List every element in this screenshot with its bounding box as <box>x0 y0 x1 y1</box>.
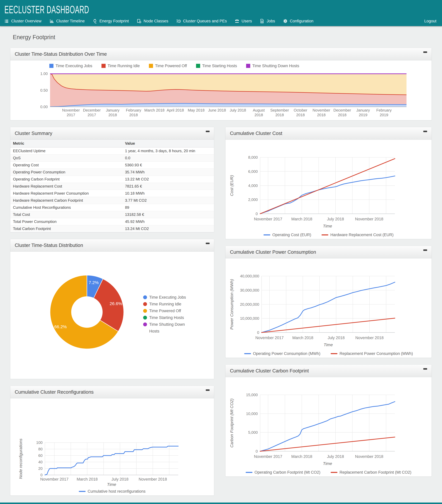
svg-text:2018: 2018 <box>296 113 305 117</box>
value-cell: 45.92 MWh <box>122 218 214 225</box>
legend-item: Replacement Carbon Footprint (Mt CO2) <box>331 470 411 475</box>
app-header: EECLUSTER DASHBOARD Cluster OverviewClus… <box>0 0 442 26</box>
svg-text:2,000: 2,000 <box>248 198 258 202</box>
svg-text:November 2017: November 2017 <box>255 336 284 340</box>
legend-item: Time Shutting Down Hosts <box>246 64 299 68</box>
chart-legend: Operating Carbon Footprint (Mt CO2)Repla… <box>226 468 432 476</box>
svg-text:40,000,000: 40,000,000 <box>240 274 259 278</box>
app-brand: EECLUSTER DASHBOARD <box>4 3 276 16</box>
value-cell: 13.22 Mt CO2 <box>122 176 214 183</box>
chart-legend: Operating Cost (EUR)Hardware Replacement… <box>226 231 432 239</box>
metric-cell: Cumulative Host Reconfigurations <box>10 204 122 211</box>
svg-text:5,000: 5,000 <box>248 430 258 435</box>
nav-item-label: Jobs <box>266 19 275 23</box>
legend-label: Time Starting Hosts <box>202 64 237 68</box>
svg-text:20,000,000: 20,000,000 <box>240 302 259 306</box>
svg-text:10,000,000: 10,000,000 <box>240 316 259 321</box>
collapse-button[interactable] <box>206 131 210 132</box>
legend-item: Time Executing Jobs <box>49 64 92 68</box>
svg-text:November: November <box>313 108 330 112</box>
gear-icon <box>283 18 288 24</box>
collapse-button[interactable] <box>206 389 210 391</box>
nav-item-cluster-timeline[interactable]: Cluster Timeline <box>49 18 85 24</box>
panel-header: Cluster Time-Status Distribution <box>10 239 214 252</box>
svg-text:0: 0 <box>256 449 258 453</box>
collapse-button[interactable] <box>423 131 427 132</box>
chart-legend: Operating Power Consumption (MWh)Replace… <box>226 350 432 358</box>
nav-item-energy-footprint[interactable]: Energy Footprint <box>92 18 129 24</box>
table-row: Operating Cost5360.93 € <box>10 162 214 169</box>
svg-text:July 2018: July 2018 <box>328 336 345 340</box>
svg-text:Time Starting Hosts: Time Starting Hosts <box>149 315 184 320</box>
svg-text:Time Executing Jobs: Time Executing Jobs <box>149 295 186 300</box>
svg-text:November 2017: November 2017 <box>254 217 282 221</box>
svg-text:July 2018: July 2018 <box>111 477 129 482</box>
svg-text:Cost (EUR): Cost (EUR) <box>230 175 234 196</box>
table-row: Total Carbon Footprint13.24 Mt CO2 <box>10 225 214 232</box>
legend-swatch <box>102 64 106 68</box>
nav-item-configuration[interactable]: Configuration <box>283 18 314 24</box>
cost-chart: 02,0004,0006,0008,000November 2017March … <box>226 140 432 231</box>
collapse-button[interactable] <box>423 250 427 251</box>
svg-text:October: October <box>294 108 307 112</box>
table-row: QoS0.0 <box>10 155 214 162</box>
nav-item-users[interactable]: Users <box>234 18 252 24</box>
svg-text:Power Consumption (MWh): Power Consumption (MWh) <box>230 279 234 330</box>
svg-text:July 2018: July 2018 <box>327 217 344 221</box>
column-header-value: Value <box>122 140 214 147</box>
svg-text:7.2%: 7.2% <box>89 280 99 285</box>
panel-header: Cumulative Cluster Power Consumption <box>226 246 432 258</box>
panel-title: Cumulative Cluster Reconfigurations <box>15 389 94 395</box>
carbon-chart: 05,00010,00015,000November 2017March 201… <box>226 377 432 468</box>
svg-text:2018: 2018 <box>254 113 263 117</box>
legend-item: Replacement Power Consumption (MWh) <box>331 351 413 356</box>
svg-text:November 2018: November 2018 <box>355 217 383 221</box>
svg-text:Carbon Footprint (Mt CO2): Carbon Footprint (Mt CO2) <box>230 398 234 448</box>
nav-item-label: Cluster Queues and PEs <box>183 19 227 23</box>
legend-swatch <box>196 64 200 68</box>
value-cell: 13.24 Mt CO2 <box>122 225 214 232</box>
panel-header: Cumulative Cluster Carbon Footprint <box>226 365 432 377</box>
nav-item-label: Energy Footprint <box>99 19 129 23</box>
svg-text:4,000: 4,000 <box>248 183 258 188</box>
nav-item-label: Cluster Timeline <box>56 19 85 23</box>
svg-text:Time Powered Off: Time Powered Off <box>149 309 181 313</box>
legend-label: Operating Power Consumption (MWh) <box>253 351 320 356</box>
nav-item-node-classes[interactable]: Node Classes <box>137 18 168 24</box>
svg-text:0.50: 0.50 <box>40 88 48 92</box>
svg-text:December: December <box>83 108 101 112</box>
svg-text:April 2018: April 2018 <box>167 108 184 112</box>
metric-cell: Operating Cost <box>10 162 122 169</box>
panel-header: Cluster Summary <box>10 127 214 140</box>
panel-title: Cumulative Cluster Carbon Footprint <box>230 368 309 374</box>
svg-text:November 2017: November 2017 <box>254 454 282 459</box>
nav-item-jobs[interactable]: Jobs <box>260 18 275 24</box>
table-row: EEClusterd Uptime1 year, 4 months, 3 day… <box>10 147 214 155</box>
nav-item-cluster-queues-and-pes[interactable]: Cluster Queues and PEs <box>176 18 227 24</box>
time-status-donut-chart: 7.2%26.6%66.2%Time Executing JobsTime Ru… <box>10 252 214 379</box>
metric-cell: Hardware Replacement Cost <box>10 183 122 190</box>
legend-swatch <box>246 472 252 473</box>
logout-button[interactable]: Logout <box>424 19 436 23</box>
svg-text:66.2%: 66.2% <box>54 324 67 329</box>
metric-cell: Hardware Replacement Power Consumption <box>10 190 122 197</box>
legend-swatch <box>149 64 153 68</box>
svg-text:Hosts: Hosts <box>149 329 159 333</box>
cluster-summary-table: Metric Value EEClusterd Uptime1 year, 4 … <box>10 140 214 232</box>
metric-cell: EEClusterd Uptime <box>10 147 122 155</box>
collapse-button[interactable] <box>423 52 427 53</box>
metric-cell: Total Power Consumption <box>10 218 122 225</box>
nav-item-cluster-overview[interactable]: Cluster Overview <box>4 18 41 24</box>
legend-item: Time Running Idle <box>102 64 140 68</box>
svg-text:2018: 2018 <box>317 113 326 117</box>
collapse-button[interactable] <box>423 368 427 370</box>
legend-swatch <box>264 234 270 235</box>
collapse-button[interactable] <box>206 243 210 244</box>
metric-cell: Total Carbon Footprint <box>10 225 122 232</box>
svg-text:September: September <box>270 108 289 112</box>
svg-text:80: 80 <box>38 447 43 451</box>
panel-cumulative-carbon: Cumulative Cluster Carbon Footprint 05,0… <box>225 364 432 477</box>
users-icon <box>234 18 240 24</box>
panel-header: Cumulative Cluster Reconfigurations <box>10 386 214 398</box>
panel-header: Cumulative Cluster Cost <box>226 127 432 140</box>
